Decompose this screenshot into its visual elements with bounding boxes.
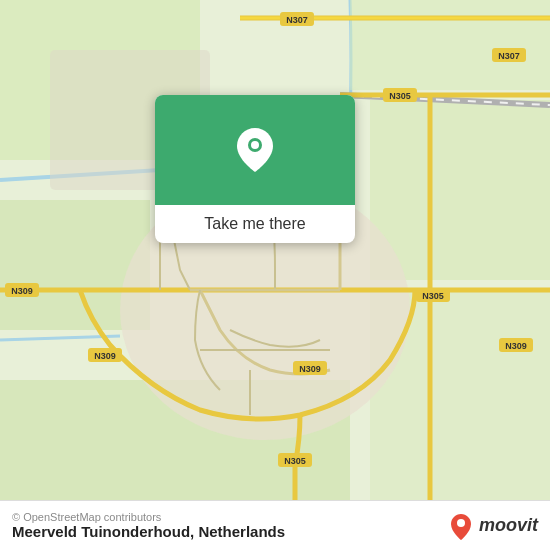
svg-text:N305: N305 — [422, 291, 444, 301]
svg-text:N309: N309 — [299, 364, 321, 374]
moovit-logo: moovit — [447, 512, 538, 540]
location-name: Meerveld Tuinonderhoud, Netherlands — [12, 523, 285, 540]
take-me-there-button[interactable]: Take me there — [155, 205, 355, 243]
svg-text:N309: N309 — [94, 351, 116, 361]
svg-text:N309: N309 — [505, 341, 527, 351]
location-pin-icon — [237, 128, 273, 172]
popup-map-area — [155, 95, 355, 205]
svg-rect-6 — [350, 0, 550, 90]
svg-text:N307: N307 — [498, 51, 520, 61]
moovit-pin-icon — [447, 512, 475, 540]
map-container: N307 N307 N305 N305 N309 N309 N309 N309 … — [0, 0, 550, 500]
footer-left: © OpenStreetMap contributors Meerveld Tu… — [12, 511, 285, 540]
svg-text:N309: N309 — [11, 286, 33, 296]
location-popup: Take me there — [155, 95, 355, 243]
svg-point-29 — [457, 519, 465, 527]
svg-text:N305: N305 — [284, 456, 306, 466]
svg-point-28 — [251, 141, 259, 149]
moovit-brand-text: moovit — [479, 515, 538, 536]
svg-rect-3 — [370, 100, 550, 280]
svg-text:N307: N307 — [286, 15, 308, 25]
footer: © OpenStreetMap contributors Meerveld Tu… — [0, 500, 550, 550]
svg-text:N305: N305 — [389, 91, 411, 101]
copyright-text: © OpenStreetMap contributors — [12, 511, 285, 523]
